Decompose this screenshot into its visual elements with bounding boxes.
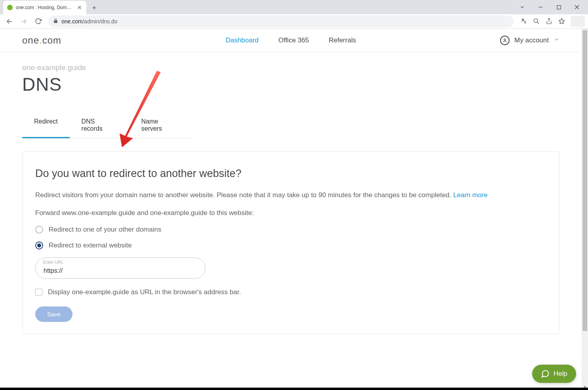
url-field: Enter URL <box>35 257 206 279</box>
translate-icon[interactable] <box>518 15 529 27</box>
account-menu[interactable]: My account <box>500 36 559 45</box>
lock-icon <box>53 18 58 25</box>
help-label: Help <box>554 370 567 378</box>
panel-title: Do you want to redirect to another websi… <box>35 167 546 180</box>
tab-dns-records[interactable]: DNS records <box>70 113 129 138</box>
close-window-button[interactable] <box>569 2 585 13</box>
close-icon[interactable]: ✕ <box>77 5 82 10</box>
checkbox-label: Display one-example.guide as URL in the … <box>48 288 241 296</box>
vertical-scrollbar[interactable]: ▲ ▼ <box>582 29 588 390</box>
user-icon <box>500 36 510 45</box>
chevron-down-icon[interactable] <box>514 2 530 13</box>
svg-point-10 <box>504 39 506 40</box>
dns-tabs: Redirect DNS records Name servers <box>22 113 192 139</box>
window-controls <box>514 0 588 14</box>
zoom-icon[interactable] <box>530 15 542 27</box>
page-title: DNS <box>22 74 559 95</box>
forward-text: Forward www.one-example.guide and one-ex… <box>35 209 546 217</box>
radio-external[interactable]: Redirect to external website <box>35 242 546 249</box>
panel-description: Redirect visitors from your domain name … <box>35 190 546 200</box>
account-label: My account <box>514 36 549 44</box>
checkbox-icon[interactable] <box>35 289 42 296</box>
radio-label: Redirect to external website <box>49 242 132 249</box>
tab-bar: one.com : Hosting, Domain, Ema ✕ + <box>0 0 588 14</box>
radio-label: Redirect to one of your other domains <box>49 226 161 234</box>
radio-icon[interactable] <box>35 242 43 249</box>
save-button[interactable]: Save <box>35 306 72 322</box>
browser-tab[interactable]: one.com : Hosting, Domain, Ema ✕ <box>3 1 86 14</box>
scrollbar-thumb[interactable] <box>582 30 587 331</box>
new-tab-button[interactable]: + <box>89 2 100 13</box>
tab-title: one.com : Hosting, Domain, Ema <box>16 5 74 10</box>
display-url-checkbox-row[interactable]: Display one-example.guide as URL in the … <box>35 288 546 296</box>
browser-chrome: one.com : Hosting, Domain, Ema ✕ + one.c… <box>0 0 588 29</box>
url-input[interactable]: one.com/admin/dns.do <box>48 15 514 27</box>
svg-point-6 <box>534 19 538 23</box>
nav-referrals[interactable]: Referrals <box>329 36 356 44</box>
back-button[interactable] <box>3 15 16 28</box>
tab-redirect[interactable]: Redirect <box>22 113 70 138</box>
content-area: one-example.guide DNS Redirect DNS recor… <box>0 52 582 345</box>
address-bar: one.com/admin/dns.do <box>0 14 588 29</box>
domain-name: one-example.guide <box>22 63 559 72</box>
forward-button[interactable] <box>17 15 30 28</box>
chevron-down-icon <box>554 36 559 44</box>
profile-placeholder[interactable] <box>571 16 585 27</box>
radio-icon[interactable] <box>35 226 43 234</box>
learn-more-link[interactable]: Learn more <box>453 191 488 199</box>
svg-rect-1 <box>557 6 561 9</box>
logo[interactable]: one.com <box>22 35 61 46</box>
nav-office365[interactable]: Office 365 <box>278 36 309 44</box>
tab-name-servers[interactable]: Name servers <box>129 113 192 138</box>
svg-line-7 <box>537 22 539 24</box>
radio-other-domains[interactable]: Redirect to one of your other domains <box>35 226 546 234</box>
url-label: Enter URL <box>43 260 63 264</box>
chat-icon <box>541 369 550 378</box>
url-text: one.com/admin/dns.do <box>61 18 509 25</box>
bookmark-icon[interactable] <box>556 15 567 27</box>
site-header: one.com Dashboard Office 365 Referrals M… <box>0 29 582 52</box>
main-nav: Dashboard Office 365 Referrals <box>226 36 356 44</box>
redirect-panel: Do you want to redirect to another websi… <box>22 151 559 334</box>
help-button[interactable]: Help <box>532 365 576 383</box>
favicon-icon <box>7 5 13 10</box>
share-icon[interactable] <box>543 15 555 27</box>
nav-dashboard[interactable]: Dashboard <box>226 36 259 44</box>
reload-button[interactable] <box>32 15 44 28</box>
page-viewport: one.com Dashboard Office 365 Referrals M… <box>0 29 588 390</box>
maximize-button[interactable] <box>551 2 567 13</box>
svg-marker-9 <box>559 18 564 23</box>
minimize-button[interactable] <box>533 2 548 13</box>
